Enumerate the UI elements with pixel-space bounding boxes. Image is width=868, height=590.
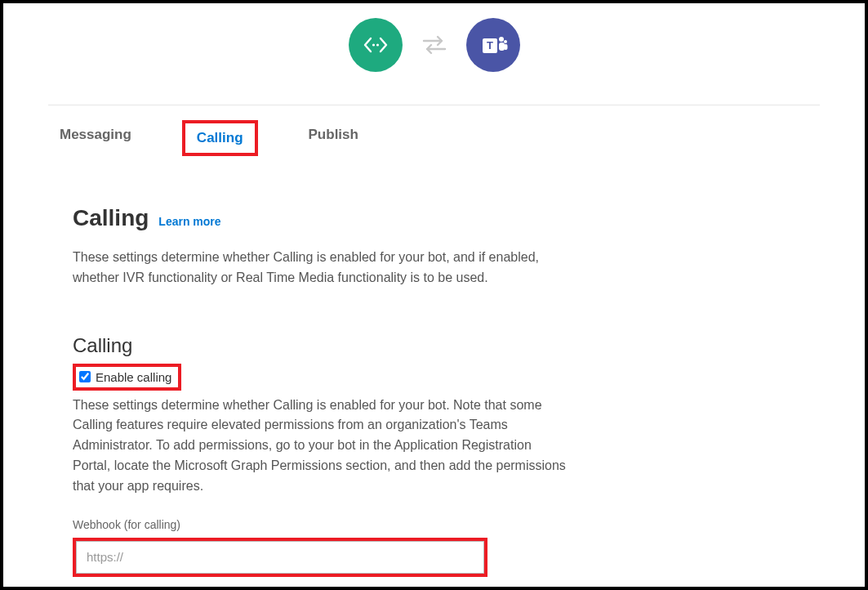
enable-calling-checkbox[interactable] [79,371,91,382]
teams-icon: T [466,18,520,72]
section-description: These settings determine whether Calling… [73,248,571,288]
tabs-bar: Messaging Calling Publish [3,120,865,156]
swap-arrows-icon [421,33,448,57]
section-title: Calling [73,205,149,231]
webhook-label: Webhook (for calling) [73,518,571,531]
svg-point-1 [376,43,378,46]
svg-point-6 [504,40,507,43]
webhook-input-highlight [73,538,487,577]
tab-calling[interactable]: Calling [182,120,258,156]
content-area: Calling Learn more These settings determ… [3,205,640,577]
webhook-input[interactable] [76,541,484,574]
svg-text:T: T [487,39,493,51]
learn-more-link[interactable]: Learn more [158,215,220,228]
enable-calling-label[interactable]: Enable calling [96,370,171,384]
svg-point-4 [499,37,504,42]
bot-code-icon [349,18,403,72]
section-header: Calling Learn more [73,205,571,231]
channel-header-icons: T [3,18,865,72]
svg-point-0 [372,43,374,46]
calling-subheading: Calling [73,334,571,357]
svg-rect-7 [504,44,508,50]
enable-calling-row[interactable]: Enable calling [73,364,181,391]
divider [48,105,820,105]
svg-rect-5 [499,42,505,51]
tab-messaging[interactable]: Messaging [48,120,143,156]
calling-description: These settings determine whether Calling… [73,396,571,497]
tab-publish[interactable]: Publish [297,120,370,156]
